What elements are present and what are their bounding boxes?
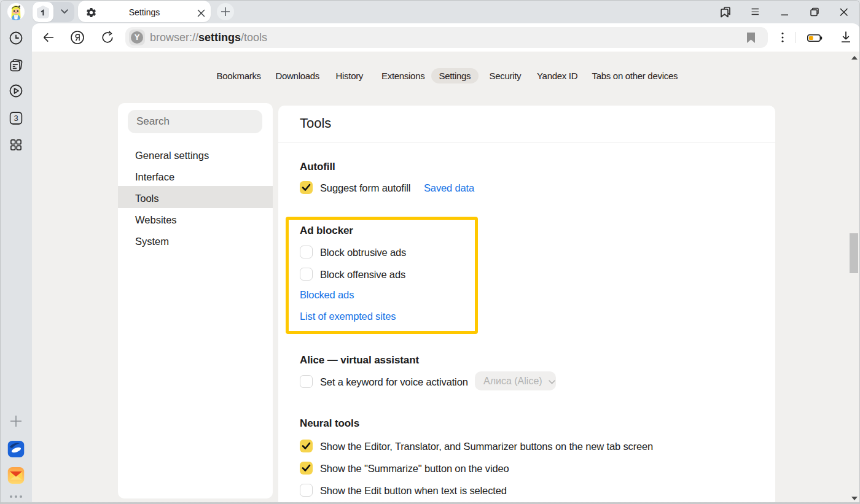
svg-text:3: 3 xyxy=(14,114,18,123)
